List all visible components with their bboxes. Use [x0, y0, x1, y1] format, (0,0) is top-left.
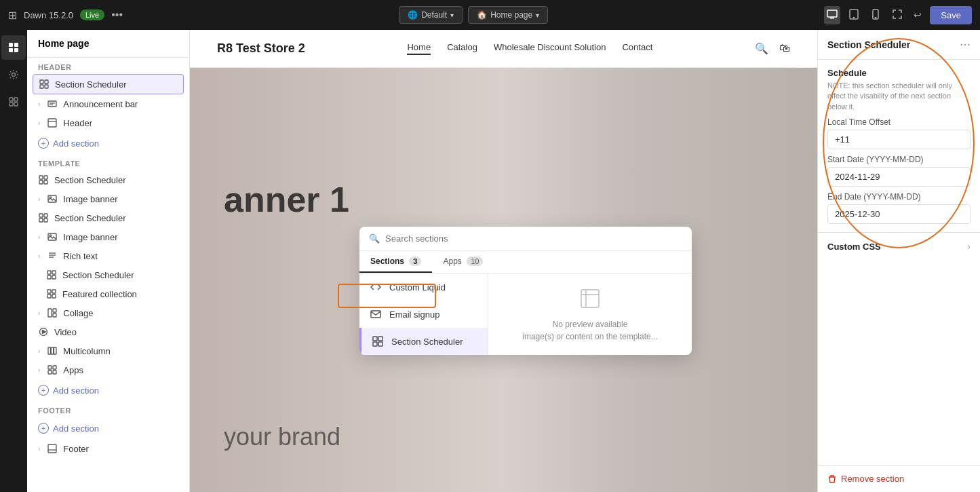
section-item-rich-text[interactable]: › Rich text: [27, 246, 189, 265]
plus-icon-2: +: [38, 385, 49, 396]
svg-rect-41: [47, 276, 51, 279]
footer-add-section[interactable]: + Add section: [27, 417, 189, 439]
section-item-footer[interactable]: › Footer: [27, 439, 189, 458]
svg-rect-43: [47, 290, 51, 293]
hero-text-overlay: anner 1 your brand: [224, 181, 349, 451]
nav-link-contact[interactable]: Contact: [622, 42, 652, 55]
svg-rect-27: [44, 181, 47, 184]
svg-rect-65: [378, 342, 383, 346]
settings-icon-button[interactable]: [1, 62, 26, 87]
svg-marker-51: [43, 330, 46, 334]
mobile-view-button[interactable]: [867, 6, 884, 24]
theme-name: Dawn 15.2.0: [24, 10, 73, 20]
svg-rect-11: [9, 98, 13, 101]
section-item-video[interactable]: Video: [27, 322, 189, 341]
svg-rect-57: [48, 371, 52, 374]
home-icon: 🏠: [477, 10, 487, 20]
topbar-left: ⊞ Dawn 15.2.0 Live •••: [8, 9, 123, 22]
section-item-announcement-bar[interactable]: › Announcement bar: [27, 94, 189, 113]
svg-rect-44: [52, 290, 56, 293]
email-icon: [369, 307, 383, 321]
svg-rect-40: [52, 271, 56, 274]
chevron-down-icon: ▾: [450, 12, 454, 19]
tab-sections[interactable]: Sections 3: [359, 251, 432, 273]
local-time-offset-input[interactable]: [827, 130, 971, 149]
preview-area: R8 Test Store 2 Home Catalog Wholesale D…: [190, 30, 817, 492]
modal-list-left: Custom Liquid Email signup Section Sched…: [359, 273, 488, 355]
desktop-view-button[interactable]: [824, 6, 840, 24]
svg-rect-25: [44, 176, 47, 179]
nav-link-catalog[interactable]: Catalog: [447, 42, 477, 55]
homepage-view-button[interactable]: 🏠 Home page ▾: [468, 6, 548, 24]
section-item-multicolumn[interactable]: › Multicolumn: [27, 341, 189, 360]
section-item-section-scheduler-t1[interactable]: Section Scheduler: [27, 170, 189, 189]
tablet-view-button[interactable]: [846, 6, 862, 24]
svg-rect-61: [371, 311, 380, 318]
svg-rect-26: [39, 181, 43, 184]
video-icon: [38, 326, 49, 337]
custom-css-toggle[interactable]: ›: [967, 241, 971, 252]
search-sections-input[interactable]: [385, 233, 682, 244]
end-date-input[interactable]: [827, 204, 971, 224]
svg-rect-53: [52, 347, 54, 354]
tab-sections-label: Sections: [370, 257, 404, 266]
modal-item-email-signup[interactable]: Email signup: [359, 301, 488, 328]
chevron-right-icon: ›: [38, 252, 40, 260]
header-group-label: Header: [27, 58, 189, 74]
chevron-down-icon-2: ▾: [536, 12, 539, 19]
svg-rect-19: [48, 101, 56, 107]
section-name: Image banner: [63, 232, 117, 242]
save-button[interactable]: Save: [930, 6, 972, 24]
scheduler-icon-2: [38, 174, 49, 185]
sections-icon-button[interactable]: [1, 35, 26, 60]
start-date-label: Start Date (YYYY-MM-DD): [827, 155, 971, 164]
svg-rect-64: [373, 342, 377, 346]
svg-point-3: [854, 17, 855, 18]
default-view-button[interactable]: 🌐 Default ▾: [399, 6, 463, 24]
remove-section-button[interactable]: Remove section: [827, 474, 904, 484]
live-badge: Live: [80, 10, 104, 20]
tab-apps-count: 10: [467, 257, 483, 266]
section-item-section-scheduler-header[interactable]: Section Scheduler: [33, 74, 184, 94]
section-item-image-banner-1[interactable]: › Image banner: [27, 189, 189, 208]
nav-link-wholesale[interactable]: Wholesale Discount Solution: [494, 42, 606, 55]
section-name: Footer: [63, 444, 89, 454]
svg-rect-47: [48, 309, 52, 317]
more-options-button[interactable]: •••: [111, 9, 123, 21]
chevron-right-icon: ›: [38, 366, 40, 374]
section-item-collage[interactable]: › Collage: [27, 303, 189, 322]
header-add-section[interactable]: + Add section: [27, 132, 189, 154]
left-panel-header: Home page: [27, 30, 189, 58]
section-item-featured-collection[interactable]: Featured collection: [27, 284, 189, 303]
cart-icon[interactable]: 🛍: [779, 42, 790, 55]
remove-section-label: Remove section: [841, 474, 904, 484]
start-date-input[interactable]: [827, 167, 971, 187]
section-item-section-scheduler-sub1[interactable]: Section Scheduler: [27, 265, 189, 284]
topbar-right: ↩ Save: [824, 6, 972, 24]
schedule-section: Schedule NOTE: this section scheduler wi…: [818, 60, 980, 233]
template-add-section[interactable]: + Add section: [27, 379, 189, 401]
section-item-section-scheduler-t2[interactable]: Section Scheduler: [27, 208, 189, 227]
svg-rect-6: [9, 43, 13, 47]
fullscreen-button[interactable]: [889, 6, 905, 24]
tab-apps[interactable]: Apps 10: [432, 251, 494, 273]
svg-rect-15: [40, 80, 43, 83]
section-item-header[interactable]: › Header: [27, 113, 189, 132]
svg-rect-32: [39, 219, 43, 222]
svg-rect-30: [39, 214, 43, 217]
section-item-apps[interactable]: › Apps: [27, 360, 189, 379]
no-preview-subtext: image(s) or content on the template...: [522, 332, 657, 341]
undo-button[interactable]: ↩: [911, 7, 924, 23]
footer-group-label: Footer: [27, 401, 189, 417]
default-label: Default: [421, 10, 447, 20]
modal-item-custom-liquid[interactable]: Custom Liquid: [359, 273, 488, 301]
search-icon[interactable]: 🔍: [755, 42, 768, 55]
section-item-image-banner-2[interactable]: › Image banner: [27, 227, 189, 246]
apps-icon-button[interactable]: [1, 90, 26, 114]
right-panel-more-button[interactable]: ⋯: [960, 38, 971, 51]
nav-link-home[interactable]: Home: [407, 42, 431, 55]
local-time-offset-label: Local Time Offset: [827, 117, 971, 127]
modal-item-section-scheduler[interactable]: Section Scheduler: [359, 328, 488, 355]
svg-rect-58: [53, 371, 56, 374]
custom-css-section: Custom CSS ›: [818, 233, 980, 260]
